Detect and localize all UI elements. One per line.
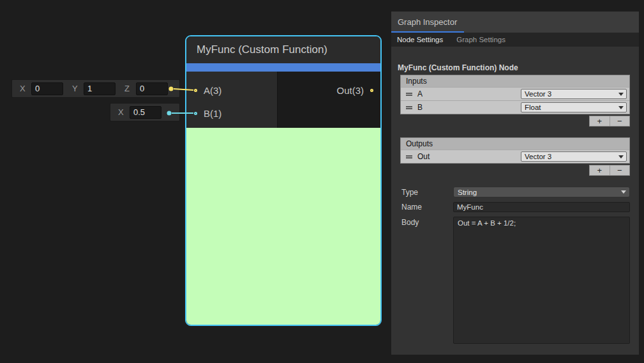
input-b-type-dropdown[interactable]: Float — [521, 102, 627, 112]
graph-inspector-panel: Graph Inspector Node Settings Graph Sett… — [391, 12, 639, 355]
x-label: X — [118, 107, 127, 117]
custom-function-node[interactable]: MyFunc (Custom Function) A(3) B(1) Out(3… — [185, 35, 382, 326]
drag-handle-icon[interactable] — [406, 93, 412, 96]
x-label: X — [20, 84, 29, 93]
y-value-field[interactable] — [84, 82, 116, 95]
tab-graph-settings[interactable]: Graph Settings — [456, 36, 505, 43]
tab-node-settings[interactable]: Node Settings — [397, 36, 443, 43]
remove-input-button[interactable]: − — [610, 116, 630, 126]
inputs-list-header: Inputs — [401, 75, 629, 87]
active-tab-indicator — [391, 31, 464, 33]
port-b-icon[interactable] — [194, 112, 197, 115]
drag-handle-icon[interactable] — [406, 106, 412, 109]
drag-handle-icon[interactable] — [406, 155, 412, 158]
output-port-row-out: Out(3) — [336, 82, 373, 98]
type-label: Type — [401, 188, 418, 197]
chevron-down-icon — [618, 93, 624, 96]
body-label: Body — [401, 218, 419, 227]
float-input-widget: X — [110, 103, 180, 121]
node-title-accent-bar — [186, 63, 380, 72]
input-port-row-a: A(3) — [194, 82, 221, 98]
outputs-list-header: Outputs — [401, 138, 629, 150]
input-a-name: A — [417, 89, 423, 98]
node-port-area: A(3) B(1) Out(3) — [186, 72, 380, 128]
node-title[interactable]: MyFunc (Custom Function) — [186, 36, 380, 63]
list-row-input-b[interactable]: B Float — [401, 100, 629, 114]
inspector-title-bar[interactable]: Graph Inspector — [391, 12, 639, 33]
name-label: Name — [401, 203, 422, 212]
chevron-down-icon — [618, 106, 624, 109]
inspector-node-header: MyFunc (Custom Function) Node — [398, 63, 518, 72]
z-value-field[interactable] — [136, 82, 168, 95]
z-label: Z — [124, 84, 133, 93]
add-output-button[interactable]: + — [590, 166, 610, 175]
node-preview-area — [186, 128, 380, 325]
type-dropdown[interactable]: String — [453, 187, 630, 197]
body-field[interactable]: Out = A + B + 1/2; — [453, 217, 630, 344]
port-a-label: A(3) — [204, 85, 221, 96]
outputs-list-footer: + − — [589, 165, 630, 176]
list-row-output-out[interactable]: Out Vector 3 — [401, 150, 629, 163]
graph-canvas[interactable]: X Y Z X MyFunc (Custom Function) A(3) B(… — [0, 0, 644, 363]
inspector-tab-bar: Node Settings Graph Settings — [391, 33, 639, 47]
output-out-name: Out — [417, 152, 430, 161]
inputs-list: Inputs A Vector 3 B Float — [400, 75, 630, 114]
remove-output-button[interactable]: − — [610, 166, 630, 175]
inputs-list-footer: + − — [589, 116, 630, 127]
x-value-field[interactable] — [31, 82, 63, 95]
port-b-label: B(1) — [204, 108, 221, 119]
y-label: Y — [72, 84, 81, 93]
list-row-input-a[interactable]: A Vector 3 — [401, 87, 629, 100]
float-value-field[interactable] — [130, 106, 161, 119]
add-input-button[interactable]: + — [590, 116, 610, 126]
port-out-label: Out(3) — [336, 85, 364, 96]
outputs-list: Outputs Out Vector 3 — [400, 137, 630, 164]
chevron-down-icon — [618, 155, 624, 158]
vector3-input-widget: X Y Z — [11, 79, 180, 98]
port-a-icon[interactable] — [194, 89, 197, 92]
output-out-type-dropdown[interactable]: Vector 3 — [521, 151, 627, 162]
port-out-icon[interactable] — [370, 89, 373, 92]
input-port-row-b: B(1) — [194, 105, 221, 121]
inspector-title: Graph Inspector — [391, 12, 639, 33]
input-b-name: B — [417, 103, 423, 112]
name-field[interactable] — [453, 202, 630, 212]
input-a-type-dropdown[interactable]: Vector 3 — [521, 89, 627, 99]
chevron-down-icon — [621, 190, 626, 194]
